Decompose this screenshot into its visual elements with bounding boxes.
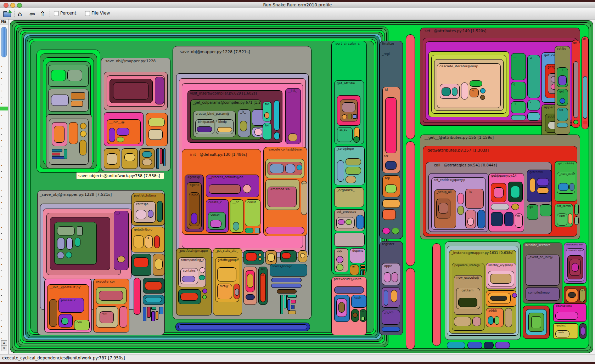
treemap-node-depenc[interactable]: depenc <box>350 248 365 263</box>
treemap-node[interactable] <box>360 265 365 267</box>
treemap-node[interactable] <box>247 274 253 288</box>
treemap-node[interactable] <box>442 87 451 96</box>
treemap-node[interactable] <box>392 272 398 282</box>
treemap-node-method-e[interactable]: <method 'e> <box>268 187 297 207</box>
treemap-node[interactable] <box>505 308 512 327</box>
treemap-node-pos[interactable]: pos <box>301 181 307 215</box>
treemap-node[interactable] <box>268 253 275 262</box>
treemap-node[interactable] <box>360 270 363 275</box>
treemap-node[interactable] <box>117 128 129 136</box>
treemap-node-a[interactable]: a <box>527 55 540 98</box>
treemap-node[interactable] <box>391 290 397 302</box>
treemap-node[interactable] <box>245 228 253 233</box>
treemap-node[interactable] <box>155 259 163 269</box>
treemap-node[interactable] <box>511 186 520 198</box>
treemap-node[interactable] <box>271 278 302 282</box>
treemap-node[interactable] <box>467 342 482 349</box>
treemap-node-shares-lineage[interactable]: shares_lineage <box>270 264 307 277</box>
list-rows[interactable] <box>1 60 2 340</box>
treemap-node-is-orp[interactable]: _is_orp <box>382 310 400 325</box>
treemap-node[interactable] <box>246 252 257 261</box>
treemap-node-ge2[interactable]: ge <box>527 204 538 220</box>
treemap-node[interactable] <box>572 263 579 272</box>
treemap-node[interactable] <box>124 153 135 161</box>
treemap-node[interactable] <box>57 252 64 259</box>
treemap-node[interactable] <box>385 97 397 153</box>
treemap-node[interactable] <box>438 203 448 214</box>
treemap-node-g[interactable]: g <box>511 82 526 99</box>
treemap-node[interactable] <box>157 201 163 222</box>
treemap-node[interactable] <box>113 83 148 99</box>
treemap-node[interactable] <box>134 278 141 315</box>
treemap-node[interactable] <box>217 127 232 132</box>
treemap-node-com[interactable]: com <box>557 214 567 226</box>
treemap-node-h-olive[interactable]: <h <box>579 289 585 302</box>
treemap-node-lt2[interactable] <box>574 216 579 225</box>
treemap-node[interactable] <box>353 313 358 318</box>
treemap-node[interactable] <box>233 222 239 231</box>
treemap-node[interactable] <box>382 228 390 234</box>
treemap-node[interactable] <box>151 307 156 310</box>
treemap-node[interactable] <box>217 267 236 281</box>
treemap-node[interactable] <box>117 256 125 262</box>
treemap-node[interactable] <box>504 212 513 226</box>
treemap-node[interactable] <box>558 75 567 85</box>
treemap-node[interactable] <box>191 213 197 224</box>
treemap-node[interactable] <box>66 252 72 258</box>
treemap-node-compile-map[interactable]: compile@map <box>526 287 560 301</box>
treemap-node[interactable] <box>52 156 64 159</box>
treemap-node[interactable] <box>511 204 519 210</box>
treemap-node-i[interactable]: i <box>574 204 579 215</box>
treemap-node[interactable] <box>384 290 388 306</box>
treemap-node[interactable] <box>488 316 494 325</box>
treemap-canvas[interactable]: _save_obj@mapper.py:1228 __init__@ _save… <box>9 19 595 354</box>
treemap-node[interactable] <box>461 83 468 99</box>
treemap-node[interactable] <box>495 342 510 349</box>
treemap-node[interactable] <box>557 123 568 127</box>
treemap-node[interactable] <box>51 70 66 81</box>
treemap-node[interactable] <box>382 199 400 208</box>
treemap-node[interactable] <box>491 204 509 210</box>
treemap-node[interactable] <box>342 102 355 112</box>
treemap-node-m-angle[interactable]: <m <box>100 311 114 323</box>
treemap-node[interactable] <box>568 214 572 224</box>
treemap-node[interactable] <box>99 291 123 301</box>
treemap-node[interactable] <box>361 317 365 320</box>
treemap-node[interactable] <box>202 289 207 294</box>
treemap-node[interactable] <box>346 176 356 183</box>
treemap-node[interactable] <box>484 342 494 349</box>
treemap-node-dunder[interactable]: __ <box>511 53 526 80</box>
treemap-node[interactable] <box>159 307 163 314</box>
treemap-node[interactable] <box>385 161 397 170</box>
treemap-node[interactable] <box>558 183 569 191</box>
treemap-node-is2[interactable]: _is_ <box>465 189 484 209</box>
treemap-node[interactable] <box>282 252 291 259</box>
treemap-node[interactable] <box>458 206 464 215</box>
treemap-node[interactable] <box>560 98 565 104</box>
treemap-node[interactable] <box>264 112 269 119</box>
treemap-node[interactable] <box>274 100 280 131</box>
treemap-node[interactable] <box>271 284 302 288</box>
treemap-node[interactable] <box>109 128 115 142</box>
treemap-node[interactable] <box>156 148 159 169</box>
treemap-node[interactable] <box>274 132 280 140</box>
treemap-node[interactable] <box>454 317 471 326</box>
treemap-node[interactable] <box>54 126 64 143</box>
treemap-node[interactable] <box>254 129 262 136</box>
treemap-node[interactable] <box>336 256 343 263</box>
open-profile-button[interactable] <box>3 10 11 18</box>
treemap-node-lt[interactable]: < <box>470 88 479 97</box>
treemap-node[interactable] <box>288 311 296 314</box>
treemap-node[interactable] <box>583 121 587 124</box>
treemap-node[interactable] <box>80 123 86 129</box>
treemap-node[interactable] <box>583 76 587 119</box>
treemap-node[interactable] <box>470 80 482 87</box>
treemap-node[interactable] <box>199 275 205 280</box>
treemap-node[interactable] <box>148 129 163 140</box>
treemap-node[interactable] <box>360 267 365 269</box>
treemap-node[interactable] <box>51 95 69 106</box>
treemap-node[interactable] <box>337 160 344 182</box>
treemap-node-event-on-init[interactable]: _event_on_init@ <box>526 255 560 286</box>
file-view-checkbox[interactable] <box>85 11 90 16</box>
treemap-node-s[interactable]: s <box>527 100 540 110</box>
